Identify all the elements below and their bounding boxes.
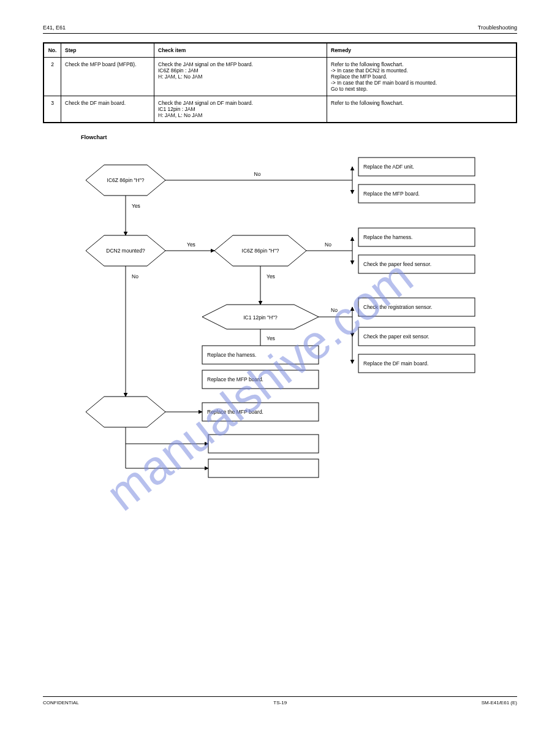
svg-text:IC6Z 86pin "H"?: IC6Z 86pin "H"? (107, 177, 145, 183)
action-r4: Check the paper feed sensor. (358, 255, 475, 273)
table-row: 2 Check the MFP board (MFPB). Check the … (44, 58, 516, 96)
flowchart-title: Flowchart (81, 134, 517, 140)
svg-text:Replace the MFP board.: Replace the MFP board. (207, 409, 263, 415)
svg-rect-30 (208, 459, 319, 477)
page-header: E41, E61 Troubleshooting (43, 25, 517, 34)
header-left: E41, E61 (43, 25, 66, 31)
cell-remedy: Refer to the following flowchart. -> In … (327, 58, 516, 96)
svg-text:Replace the DF main board.: Replace the DF main board. (363, 360, 428, 367)
cell-check: Check the JAM signal on DF main board. I… (154, 96, 327, 123)
label-no: No (331, 307, 338, 313)
svg-text:Replace the MFP board.: Replace the MFP board. (363, 191, 420, 197)
svg-text:Replace the harness.: Replace the harness. (363, 234, 412, 240)
action-r5: Check the registration sensor. (358, 298, 475, 316)
cell-check: Check the JAM signal on the MFP board. I… (154, 58, 327, 96)
svg-text:IC6Z 86pin "H"?: IC6Z 86pin "H"? (242, 248, 279, 254)
footer-left: CONFIDENTIAL (43, 700, 79, 705)
table-header-row: No. Step Check item Remedy (44, 44, 516, 58)
page-footer: CONFIDENTIAL TS-19 SM-E41/E61 (E) (43, 696, 517, 705)
cell-step: Check the MFP board (MFPB). (61, 58, 154, 96)
footer-page: TS-19 (273, 700, 287, 705)
cell-no: 3 (44, 96, 61, 123)
svg-marker-26 (86, 397, 165, 427)
table-row: 3 Check the DF main board. Check the JAM… (44, 96, 516, 123)
col-remedy: Remedy (327, 44, 516, 58)
page: E41, E61 Troubleshooting No. Step Check … (43, 25, 517, 492)
col-step: Step (61, 44, 154, 58)
cell-step: Check the DF main board. (61, 96, 154, 123)
label-no: No (325, 241, 331, 248)
label-no: No (254, 171, 261, 177)
label-yes: Yes (187, 241, 195, 248)
decision-1: IC6Z 86pin "H"? (86, 165, 165, 196)
decision-empty (86, 397, 165, 427)
action-box (208, 435, 319, 453)
action-r9: Replace the MFP board. (202, 370, 319, 389)
action-box (208, 459, 319, 477)
action-r2: Replace the MFP board. (358, 184, 475, 203)
flowchart: .box, .hex { fill:#fff; stroke:#000; str… (43, 146, 517, 492)
label-yes: Yes (267, 335, 275, 341)
svg-text:Replace the ADF unit.: Replace the ADF unit. (363, 164, 414, 170)
svg-text:Check the paper feed sensor.: Check the paper feed sensor. (363, 261, 431, 267)
action-r6: Check the paper exit sensor. (358, 327, 475, 346)
decision-2: DCN2 mounted? (86, 235, 165, 266)
action-r10: Replace the MFP board. (202, 403, 319, 421)
svg-rect-29 (208, 435, 319, 453)
svg-text:Check the registration sensor.: Check the registration sensor. (363, 304, 432, 310)
svg-text:Replace the harness.: Replace the harness. (207, 352, 256, 358)
action-r7: Replace the DF main board. (358, 354, 475, 373)
label-no: No (132, 273, 138, 279)
troubleshooting-table: No. Step Check item Remedy 2 Check the M… (43, 42, 517, 123)
svg-text:Replace the MFP board.: Replace the MFP board. (207, 376, 263, 382)
col-no: No. (44, 44, 61, 58)
svg-text:DCN2 mounted?: DCN2 mounted? (106, 248, 145, 254)
footer-right: SM-E41/E61 (E) (482, 700, 517, 705)
decision-4: IC1 12pin "H"? (202, 305, 319, 329)
col-check: Check item (154, 44, 327, 58)
action-r1: Replace the ADF unit. (358, 158, 475, 176)
action-r3: Replace the harness. (358, 228, 475, 246)
label-yes: Yes (267, 273, 275, 279)
svg-text:IC1 12pin "H"?: IC1 12pin "H"? (243, 314, 278, 321)
cell-no: 2 (44, 58, 61, 96)
label-yes: Yes (132, 203, 140, 209)
decision-3: IC6Z 86pin "H"? (214, 235, 306, 266)
svg-text:Check the paper exit sensor.: Check the paper exit sensor. (363, 333, 429, 340)
action-r8: Replace the harness. (202, 346, 319, 364)
cell-remedy: Refer to the following flowchart. (327, 96, 516, 123)
header-right: Troubleshooting (478, 25, 517, 31)
